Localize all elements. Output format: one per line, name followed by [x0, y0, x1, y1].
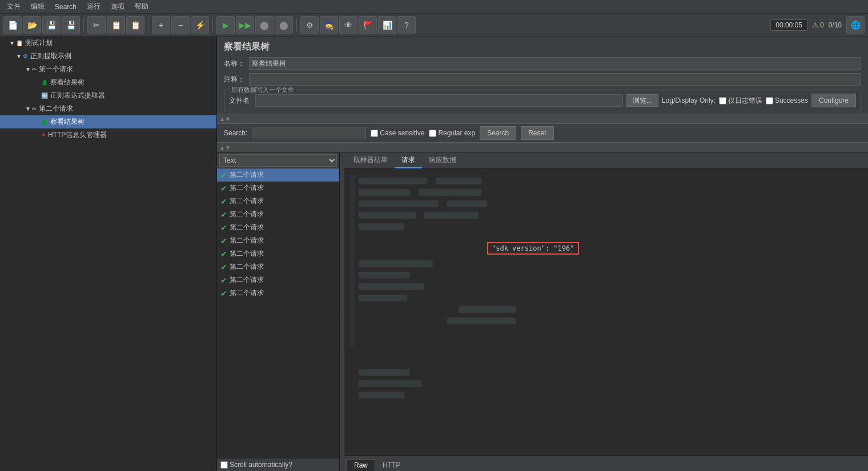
menu-edit[interactable]: 编辑 [26, 1, 49, 13]
list-item-label-4: 第二个请求 [230, 223, 264, 232]
toolbar-stop-btn[interactable]: ⬤ [255, 16, 274, 34]
toolbar-new-btn[interactable]: 📄 [3, 16, 22, 34]
reset-btn[interactable]: Reset [521, 126, 553, 140]
search-label: Search: [224, 129, 247, 137]
successes-checkbox-label[interactable]: Successes [766, 96, 808, 104]
tree-label-0: 测试计划 [25, 38, 53, 48]
toolbar-remove-btn[interactable]: − [171, 16, 190, 34]
toolbar-add-btn[interactable]: + [152, 16, 170, 34]
toolbar-monitor-btn[interactable]: 👁 [339, 16, 357, 34]
warning-badge: ⚠ 0 [812, 21, 824, 29]
scroll-auto-checkbox[interactable] [220, 461, 228, 469]
list-item-9[interactable]: ✔ 第二个请求 [217, 287, 339, 300]
tree-item-6[interactable]: 🌲 察看结果树 [0, 115, 216, 128]
case-sensitive-label[interactable]: Case sensitive [371, 129, 424, 137]
toolbar-report-btn[interactable]: 📊 [378, 16, 396, 34]
tree-item-2[interactable]: ▼ ✏ 第一个请求 [0, 63, 216, 76]
regular-exp-label[interactable]: Regular exp [429, 129, 475, 137]
errors-only-checkbox-label[interactable]: 仅日志错误 [719, 96, 762, 106]
list-item-2[interactable]: ✔ 第二个请求 [217, 195, 339, 208]
list-toolbar: Text RegExp Tester CSS/JQuery Tester XPa… [217, 153, 339, 168]
errors-only-label: 仅日志错误 [728, 96, 762, 106]
toolbar-cut-btn[interactable]: ✂ [87, 16, 106, 34]
list-item-6[interactable]: ✔ 第二个请求 [217, 247, 339, 260]
toolbar-network-btn[interactable]: 🌐 [846, 16, 865, 34]
menu-file[interactable]: 文件 [2, 1, 25, 13]
blur-bracket [350, 175, 355, 346]
list-item-icon-1: ✔ [220, 184, 227, 193]
toolbar-paste-btn[interactable]: 📋 [126, 16, 144, 34]
tab-sampler-results[interactable]: 取样器结果 [347, 153, 395, 168]
tree-item-5[interactable]: ▼ ✏ 第二个请求 [0, 102, 216, 115]
toolbar-toggle-btn[interactable]: ⚡ [191, 16, 209, 34]
toolbar-wizard-btn[interactable]: 🧙 [320, 16, 338, 34]
panel-divider-top[interactable]: ▲▼ [217, 114, 868, 124]
toolbar-flag-btn[interactable]: 🚩 [359, 16, 377, 34]
list-item-5[interactable]: ✔ 第二个请求 [217, 234, 339, 247]
search-btn[interactable]: Search [480, 126, 516, 140]
toolbar-saveas-btn[interactable]: 💾 [62, 16, 80, 34]
blur-row-1a [359, 178, 427, 184]
content-blurred: "sdk_version": "196" [344, 169, 868, 455]
list-item-1[interactable]: ✔ 第二个请求 [217, 182, 339, 195]
comment-input[interactable] [249, 73, 861, 86]
tree-item-3[interactable]: 🌲 察看结果树 [0, 76, 216, 89]
type-select[interactable]: Text RegExp Tester CSS/JQuery Tester XPa… [219, 154, 337, 167]
v-resizer[interactable]: ··· [340, 153, 344, 471]
tab-response-data[interactable]: 响应数据 [422, 153, 463, 168]
toolbar-settings-btn[interactable]: ⚙ [300, 16, 319, 34]
tree-item-1[interactable]: ▼ ⚙ 正则提取示例 [0, 50, 216, 63]
blur-row-4a [359, 212, 416, 219]
menu-help[interactable]: 帮助 [130, 1, 153, 13]
toolbar-save-btn[interactable]: 💾 [42, 16, 61, 34]
tree-item-7[interactable]: ✕ HTTP信息头管理器 [0, 128, 216, 142]
errors-only-checkbox[interactable] [719, 97, 726, 104]
name-input[interactable] [249, 57, 861, 70]
tree-item-0[interactable]: ▼ 📋 测试计划 [0, 37, 216, 50]
blur-row-2a [359, 189, 410, 196]
file-section-legend: 所有数据写入一个文件 [229, 86, 296, 94]
toolbar-open-btn[interactable]: 📂 [23, 16, 41, 34]
collapse-arrow-0: ▼ [9, 40, 15, 46]
tree-label-3: 察看结果树 [50, 78, 85, 87]
list-item-4[interactable]: ✔ 第二个请求 [217, 221, 339, 234]
configure-btn[interactable]: Configure [811, 94, 856, 107]
menu-options[interactable]: 选项 [106, 1, 129, 13]
toolbar-run-all-btn[interactable]: ▶▶ [236, 16, 254, 34]
menu-run[interactable]: 运行 [82, 1, 105, 13]
list-item-3[interactable]: ✔ 第二个请求 [217, 208, 339, 221]
case-sensitive-checkbox[interactable] [371, 130, 378, 137]
list-item-0[interactable]: ✔ 第二个请求 [217, 168, 339, 182]
toolbar-run-btn[interactable]: ▶ [216, 16, 235, 34]
tab-request[interactable]: 请求 [395, 153, 422, 168]
toolbar-copy-btn[interactable]: 📋 [107, 16, 125, 34]
list-item-7[interactable]: ✔ 第二个请求 [217, 260, 339, 273]
regex-icon: 🔤 [41, 92, 48, 99]
list-item-icon-5: ✔ [220, 236, 227, 245]
scroll-auto-label[interactable]: Scroll automatically? [220, 461, 336, 469]
tree-item-4[interactable]: 🔤 正则表达式提取器 [0, 89, 216, 102]
menu-search[interactable]: Search [50, 2, 81, 12]
toolbar-sep-3 [212, 18, 213, 32]
list-item-8[interactable]: ✔ 第二个请求 [217, 273, 339, 287]
toolbar-sep-2 [148, 18, 148, 32]
blur-row-1b [436, 178, 481, 184]
panel-divider-bottom[interactable]: ▲▼ [217, 142, 868, 152]
toolbar-help-btn[interactable]: ? [397, 16, 416, 34]
blur-row-6 [359, 260, 433, 267]
tab-raw[interactable]: Raw [347, 459, 375, 471]
file-input[interactable] [255, 94, 623, 107]
toolbar-stop-all-btn[interactable]: ⬤ [275, 16, 293, 34]
comment-row: 注释： [217, 71, 868, 87]
blur-row-3b [447, 200, 487, 207]
name-row: 名称： [217, 55, 868, 71]
tree-icon-1: 🌲 [41, 119, 48, 125]
search-input[interactable] [252, 127, 366, 139]
browse-btn[interactable]: 浏览... [626, 94, 658, 107]
regular-exp-checkbox[interactable] [429, 130, 436, 137]
list-item-label-9: 第二个请求 [230, 288, 264, 298]
list-items: ✔ 第二个请求 ✔ 第二个请求 ✔ 第二个请求 ✔ 第二个请求 [217, 168, 339, 458]
tab-http[interactable]: HTTP [375, 459, 408, 471]
tree-label-5: 第二个请求 [39, 104, 73, 114]
successes-checkbox[interactable] [766, 97, 773, 104]
